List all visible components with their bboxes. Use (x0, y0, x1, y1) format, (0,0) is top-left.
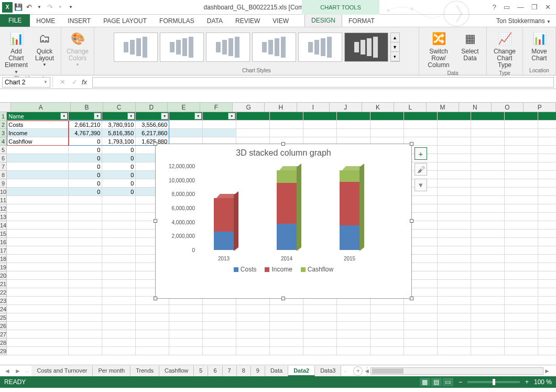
chart-elements-button[interactable]: + (415, 147, 427, 160)
column-header[interactable]: G (233, 103, 265, 112)
cell[interactable] (438, 146, 471, 154)
cell[interactable]: Cashflow (7, 137, 69, 146)
column-header[interactable]: H (265, 103, 297, 112)
tab-review[interactable]: REVIEW (229, 15, 266, 27)
minimize-button[interactable]: — (517, 3, 524, 11)
cell[interactable] (370, 339, 404, 347)
sheet-tab[interactable]: Data (265, 366, 288, 376)
cell[interactable] (471, 146, 505, 154)
chart-filter-button[interactable]: ▾ (415, 179, 427, 191)
cell[interactable]: ▼ (169, 112, 203, 121)
chart-style-thumb[interactable] (206, 32, 250, 62)
cell[interactable] (337, 322, 370, 330)
chart-segment-income[interactable] (340, 182, 359, 225)
legend-item[interactable]: Income (265, 266, 292, 273)
cell[interactable] (7, 339, 69, 347)
column-header[interactable]: K (362, 103, 395, 112)
cell[interactable] (69, 271, 102, 280)
zoom-slider[interactable] (467, 381, 520, 383)
cell[interactable] (69, 288, 102, 297)
cell[interactable] (438, 121, 471, 129)
cell[interactable] (538, 297, 556, 305)
sheet-tab[interactable]: Data3 (315, 366, 341, 376)
chart-segment-income[interactable] (277, 183, 297, 224)
cell[interactable] (203, 347, 236, 355)
cancel-formula-icon[interactable]: ✕ (58, 78, 68, 86)
cell[interactable] (7, 204, 69, 213)
cell[interactable] (7, 347, 69, 355)
row-header[interactable]: 26 (0, 322, 7, 330)
cell[interactable] (7, 288, 69, 297)
cell[interactable] (169, 347, 203, 355)
cell[interactable] (505, 204, 538, 213)
column-header[interactable]: I (297, 103, 330, 112)
cell[interactable] (303, 112, 337, 121)
restore-button[interactable]: ❐ (531, 3, 538, 11)
cell[interactable] (236, 313, 270, 322)
add-chart-element-button[interactable]: 📊 Add Chart Element▼ (3, 30, 29, 74)
column-header[interactable]: B (71, 103, 103, 112)
cell[interactable] (102, 313, 136, 322)
sheet-nav-arrows[interactable]: ◄► (0, 367, 25, 375)
cell[interactable]: 20▼ (203, 112, 236, 121)
cell[interactable]: 0 (102, 179, 136, 188)
cell[interactable] (404, 305, 438, 313)
quick-layout-button[interactable]: 🗂 Quick Layout▼ (31, 30, 58, 68)
chart-column[interactable] (334, 166, 365, 250)
cell[interactable] (7, 196, 69, 204)
cell[interactable] (337, 347, 370, 355)
cell[interactable] (438, 330, 471, 339)
cell[interactable] (404, 347, 438, 355)
cell[interactable]: 5,816,350 (102, 129, 136, 137)
tab-format[interactable]: FORMAT (342, 15, 381, 27)
cell[interactable] (203, 313, 236, 322)
cell[interactable] (337, 313, 370, 322)
cell[interactable] (7, 230, 69, 238)
cell[interactable] (438, 322, 471, 330)
redo-icon[interactable]: ↷ (45, 3, 54, 12)
cell[interactable] (538, 154, 556, 162)
cell[interactable] (505, 280, 538, 288)
cell[interactable] (538, 162, 556, 171)
cell[interactable] (438, 280, 471, 288)
cell[interactable] (471, 230, 505, 238)
cell[interactable]: 20▼ (102, 112, 136, 121)
zoom-level[interactable]: 100 % (534, 378, 552, 386)
cell[interactable] (7, 188, 69, 196)
cell[interactable] (471, 339, 505, 347)
cell[interactable]: 0 (69, 179, 102, 188)
row-header[interactable]: 29 (0, 347, 7, 355)
cell[interactable] (438, 271, 471, 280)
cell[interactable]: 0 (69, 154, 102, 162)
cell[interactable] (203, 330, 236, 339)
cell[interactable] (7, 154, 69, 162)
cell[interactable] (538, 347, 556, 355)
cell[interactable] (102, 280, 136, 288)
page-break-view-icon[interactable]: ▭ (443, 378, 453, 386)
chart-column[interactable] (208, 194, 239, 250)
chart-style-thumb[interactable] (252, 32, 296, 62)
cell[interactable] (471, 188, 505, 196)
row-header[interactable]: 17 (0, 246, 7, 255)
filter-button[interactable]: ▼ (161, 113, 168, 119)
cell[interactable] (438, 305, 471, 313)
cell[interactable] (505, 188, 538, 196)
cell[interactable] (438, 221, 471, 230)
chart-style-thumb[interactable] (114, 32, 158, 62)
cell[interactable] (7, 255, 69, 263)
scrollbar-thumb[interactable] (372, 368, 404, 374)
cell[interactable] (471, 129, 505, 137)
row-header[interactable]: 23 (0, 297, 7, 305)
embedded-chart[interactable]: 3D stacked column graph 02,000,0004,000,… (155, 144, 412, 299)
cell[interactable] (505, 330, 538, 339)
cell[interactable] (337, 121, 370, 129)
resize-handle[interactable] (410, 219, 413, 223)
cell[interactable] (438, 246, 471, 255)
zoom-slider-thumb[interactable] (493, 379, 495, 385)
cell[interactable] (169, 313, 203, 322)
cell[interactable] (136, 322, 169, 330)
new-sheet-button[interactable]: + (353, 366, 363, 376)
cell[interactable] (370, 112, 404, 121)
cell[interactable] (370, 129, 404, 137)
cell[interactable] (538, 330, 556, 339)
